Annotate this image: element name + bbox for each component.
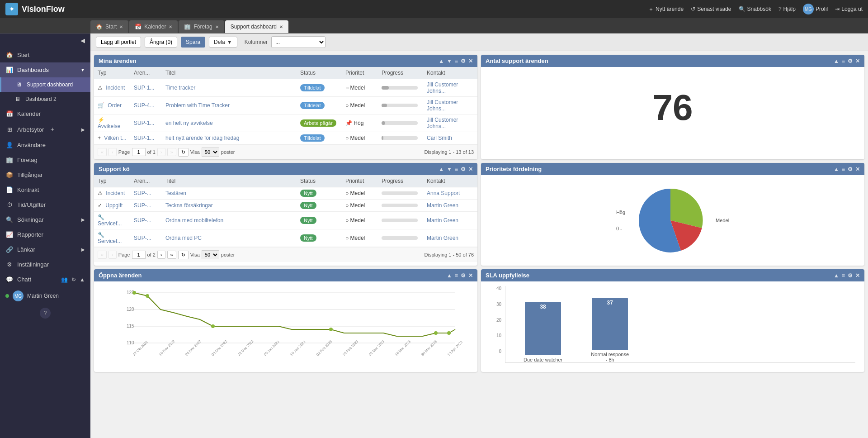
kontakt-link[interactable]: Martin Green (427, 235, 458, 241)
sidebar-item-kalender[interactable]: 📅 Kalender (0, 106, 90, 121)
table-row[interactable]: ⚠ Incident SUP-... Testären Nytt ○ Medel… (94, 187, 477, 200)
kontakt-link[interactable]: Jill Customer Johns... (427, 99, 458, 112)
ko-settings-icon[interactable]: ⚙ (461, 166, 466, 172)
titel-link[interactable]: Ordna med PC (165, 235, 202, 241)
quick-search-action[interactable]: 🔍 Snabbsök (739, 6, 771, 12)
arende-link[interactable]: SUP-1... (134, 120, 154, 126)
table-row[interactable]: ✓ Uppgift SUP-... Teckna försäkringar Ny… (94, 200, 477, 212)
mina-last-btn[interactable]: » (167, 148, 176, 156)
ko-refresh-btn[interactable]: ↻ (178, 251, 189, 259)
table-row[interactable]: ⚠ Incident SUP-1... Time tracker Tilldel… (94, 79, 477, 97)
type-label[interactable]: Incident (106, 85, 125, 91)
sidebar-item-dashboard2[interactable]: 🖥 Dashboard 2 (0, 92, 90, 106)
mina-arenden-collapse-icon[interactable]: ▲ (439, 58, 444, 64)
mina-page-input[interactable] (132, 148, 146, 156)
help-action[interactable]: ? Hjälp (778, 6, 796, 12)
oppna-collapse-icon[interactable]: ▲ (447, 272, 452, 279)
arende-link[interactable]: SUP-... (134, 190, 151, 196)
table-row[interactable]: ⚡ Avvikelse SUP-1... en helt ny avvikels… (94, 114, 477, 132)
share-dropdown[interactable]: Dela ▼ (209, 37, 237, 48)
mina-arenden-close-icon[interactable]: ✕ (468, 58, 473, 64)
sidebar-item-lankar[interactable]: 🔗 Länkar ▶ (0, 242, 90, 257)
sidebar-item-foretag[interactable]: 🏢 Företag (0, 152, 90, 167)
table-row[interactable]: 🛒 Order SUP-4... Problem with Time Track… (94, 97, 477, 114)
arende-link[interactable]: SUP-1... (134, 85, 154, 91)
ko-collapse-icon[interactable]: ▲ (439, 166, 444, 172)
ko-next-btn[interactable]: › (157, 251, 165, 259)
ko-show-select[interactable]: 50 (202, 250, 219, 259)
titel-link[interactable]: Ordna med mobiltelefon (165, 217, 223, 224)
sidebar-item-tid[interactable]: ⏱ Tid/Utgifter (0, 197, 90, 212)
antal-close-icon[interactable]: ✕ (855, 58, 860, 64)
table-row[interactable]: 🔧 Servicef... SUP-... Ordna med mobiltel… (94, 212, 477, 229)
kontakt-link[interactable]: Carl Smith (427, 135, 452, 141)
mina-arenden-settings-icon[interactable]: ⚙ (461, 58, 466, 64)
antal-settings-icon[interactable]: ⚙ (848, 58, 853, 64)
antal-collapse-icon[interactable]: ▲ (834, 58, 839, 64)
sidebar-item-installningar[interactable]: ⚙ Inställningar (0, 257, 90, 272)
sidebar-collapse-btn[interactable]: ◀ (0, 33, 90, 48)
mina-next-btn[interactable]: › (157, 148, 165, 156)
arende-link[interactable]: SUP-... (134, 235, 151, 241)
arende-link[interactable]: SUP-... (134, 202, 151, 209)
sidebar-item-kontrakt[interactable]: 📄 Kontrakt (0, 182, 90, 197)
chatt-refresh-icon[interactable]: ↻ (71, 276, 76, 283)
titel-link[interactable]: helt nytt ärende för idag fredag (165, 135, 239, 141)
mina-first-btn[interactable]: « (98, 148, 107, 156)
titel-link[interactable]: Teckna försäkringar (165, 202, 213, 209)
kontakt-link[interactable]: Anna Support (427, 190, 460, 196)
tab-foretag-close[interactable]: ✕ (215, 24, 219, 29)
ko-columns-icon[interactable]: ≡ (455, 166, 458, 172)
tab-kalender[interactable]: 📅 Kalender ✕ (129, 20, 178, 33)
oppna-columns-icon[interactable]: ≡ (455, 272, 458, 279)
type-label[interactable]: Servicef... (98, 238, 122, 244)
profile-action[interactable]: MG Profil (803, 4, 828, 14)
sidebar-item-anvandare[interactable]: 👤 Användare (0, 138, 90, 152)
mina-arenden-columns-icon[interactable]: ≡ (455, 58, 458, 64)
ko-first-btn[interactable]: « (98, 251, 107, 259)
sidebar-item-arbetsytor[interactable]: ⊞ Arbetsytor ＋ ▶ (0, 121, 90, 138)
type-label[interactable]: Order (108, 102, 122, 109)
type-label[interactable]: Uppgift (105, 202, 123, 209)
kontakt-link[interactable]: Jill Customer Johns... (427, 117, 458, 129)
add-portlet-button[interactable]: Lägg till portlet (96, 37, 141, 48)
mina-arenden-filter-icon[interactable]: ▼ (447, 58, 452, 64)
prio-close-icon[interactable]: ✕ (855, 166, 860, 172)
kontakt-link[interactable]: Martin Green (427, 217, 458, 224)
type-label[interactable]: Servicef... (98, 220, 122, 227)
mina-refresh-btn[interactable]: ↻ (178, 148, 189, 157)
arende-link[interactable]: SUP-... (134, 217, 151, 224)
new-ticket-action[interactable]: ＋ Nytt ärende (648, 5, 684, 13)
titel-link[interactable]: Problem with Time Tracker (165, 102, 230, 109)
chatt-add-people-icon[interactable]: 👥 (61, 276, 68, 283)
chatt-expand-icon[interactable]: ▲ (80, 276, 85, 283)
help-bottom-icon[interactable]: ? (40, 308, 51, 319)
prio-settings-icon[interactable]: ⚙ (848, 166, 853, 172)
type-label[interactable]: Vilken t... (104, 135, 126, 141)
tab-foretag[interactable]: 🏢 Företag ✕ (179, 20, 224, 33)
sidebar-item-start[interactable]: 🏠 Start (0, 48, 90, 62)
tab-support-dashboard-close[interactable]: ✕ (279, 24, 283, 29)
recent-action[interactable]: ↺ Senast visade (691, 6, 731, 12)
save-button[interactable]: Spara (181, 37, 205, 48)
ko-filter-icon[interactable]: ▼ (447, 166, 452, 172)
sla-settings-icon[interactable]: ⚙ (848, 272, 853, 279)
titel-link[interactable]: Testären (165, 190, 186, 196)
antal-columns-icon[interactable]: ≡ (842, 58, 845, 64)
tab-support-dashboard[interactable]: Support dashboard ✕ (225, 20, 288, 33)
ko-prev-btn[interactable]: ‹ (108, 251, 117, 259)
mina-prev-btn[interactable]: ‹ (108, 148, 117, 156)
mina-show-select[interactable]: 50 (202, 148, 219, 157)
columns-select[interactable]: ... (271, 36, 326, 48)
arende-link[interactable]: SUP-1... (134, 135, 154, 141)
table-row[interactable]: + Vilken t... SUP-1... helt nytt ärende … (94, 132, 477, 144)
undo-button[interactable]: Ångra (0) (145, 37, 177, 48)
oppna-close-icon[interactable]: ✕ (468, 272, 473, 279)
sla-collapse-icon[interactable]: ▲ (834, 272, 839, 279)
kontakt-link[interactable]: Martin Green (427, 202, 458, 209)
oppna-settings-icon[interactable]: ⚙ (461, 272, 466, 279)
titel-link[interactable]: en helt ny avvikelse (165, 120, 213, 126)
arende-link[interactable]: SUP-4... (134, 102, 154, 109)
kontakt-link[interactable]: Jill Customer Johns... (427, 81, 458, 94)
arbetsytor-add-icon[interactable]: ＋ (49, 125, 56, 133)
